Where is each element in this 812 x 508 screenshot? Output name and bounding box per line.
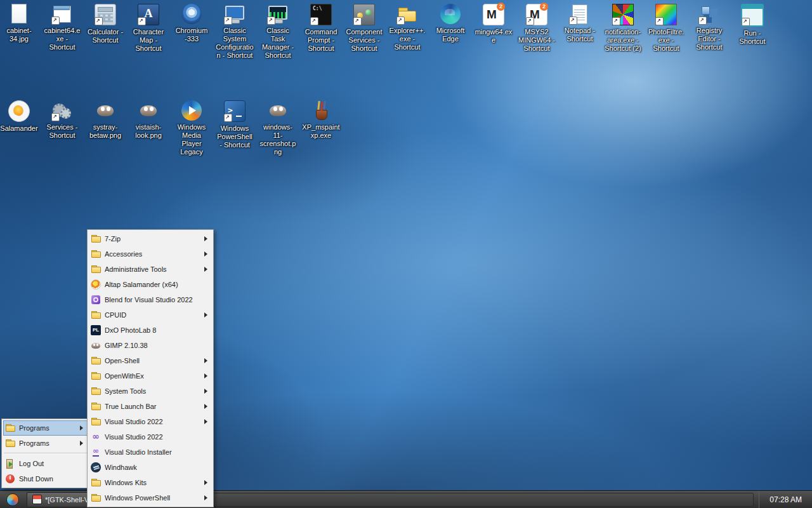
shortcut-arrow-overlay-icon [267, 17, 275, 25]
folder-icon [91, 401, 101, 411]
menu-item-label: Visual Studio 2022 [105, 433, 210, 441]
desktop-icon-xp-mspaintxp-exe[interactable]: XP_mspaintxp.exe [302, 100, 340, 140]
start-menu-item-programs[interactable]: Programs [3, 420, 88, 436]
desktop-icon-classic-system-configuration-shortcut[interactable]: Classic System Configuration - Shortcut [216, 4, 254, 60]
programs-menu-item-open-shell[interactable]: Open-Shell [89, 353, 212, 368]
desktop-icon-label: Classic System Configuration - Shortcut [216, 27, 254, 60]
submenu-arrow-icon [204, 480, 210, 485]
desktop-icon-services-shortcut[interactable]: Services - Shortcut [43, 100, 81, 140]
desktop-icon-label: mingw64.exe [475, 28, 513, 44]
desktop-icon-character-map-shortcut[interactable]: Character Map - Shortcut [129, 4, 167, 53]
menu-item-label: Altap Salamander (x64) [105, 281, 210, 288]
desktop-icon-label: MSYS2 MINGW64 - Shortcut [518, 28, 556, 53]
submenu-arrow-icon [204, 251, 210, 257]
programs-menu-item-altap-salamander-x64[interactable]: Altap Salamander (x64) [89, 277, 212, 292]
app-window-icon [52, 4, 72, 24]
desktop-icon-label: systray-betaw.png [86, 123, 124, 140]
shortcut-arrow-overlay-icon [396, 17, 405, 25]
desktop-icon-label: Microsoft Edge [431, 27, 469, 43]
desktop-icon-chromium-333[interactable]: Chromium -333 [173, 4, 211, 43]
calculator-icon [95, 4, 116, 25]
programs-menu-item-visual-studio-installer[interactable]: Visual Studio Installer [89, 444, 212, 460]
desktop-icon-microsoft-edge[interactable]: Microsoft Edge [431, 4, 469, 43]
desktop-icon-notification-area-exe-shortcut-2[interactable]: notification-area.exe - Shortcut (2) [604, 4, 642, 53]
menu-item-label: GIMP 2.10.38 [105, 342, 210, 349]
programs-menu-item-windows-powershell[interactable]: Windows PowerShell [89, 490, 212, 505]
shortcut-arrow-overlay-icon [224, 17, 232, 25]
programs-menu-item-visual-studio-2022[interactable]: Visual Studio 2022 [89, 429, 212, 444]
shortcut-arrow-overlay-icon [612, 17, 620, 25]
start-menu-item-shut-down[interactable]: Shut Down [3, 471, 88, 486]
shortcut-arrow-overlay-icon [51, 113, 60, 121]
desktop-icon-cabinet64-exe-shortcut[interactable]: cabinet64.exe - Shortcut [43, 4, 81, 51]
wmp-icon [181, 100, 202, 121]
programs-menu-item-windows-kits[interactable]: Windows Kits [89, 475, 212, 490]
submenu-arrow-icon [204, 373, 210, 378]
programs-menu-item-blend-for-visual-studio-2022[interactable]: Blend for Visual Studio 2022 [89, 292, 212, 307]
shortcut-arrow-overlay-icon [569, 17, 577, 25]
powershell-icon [224, 100, 246, 122]
submenu-arrow-icon [204, 236, 210, 241]
menu-item-label: Administrative Tools [105, 265, 199, 273]
desktop-icon-calculator-shortcut[interactable]: Calculator - Shortcut [86, 4, 124, 44]
programs-menu-item-system-tools[interactable]: System Tools [89, 384, 212, 399]
desktop-icon-label: vistaish-look.png [129, 123, 167, 140]
menu-item-label: DxO PhotoLab 8 [105, 326, 210, 334]
desktop-icon-cabinet-34-jpg[interactable]: cabinet-34.jpg [0, 4, 38, 43]
desktop-icon-mingw64-exe[interactable]: mingw64.exe [475, 4, 513, 44]
desktop-icon-explorer-exe-shortcut[interactable]: Explorer++.exe - Shortcut [388, 4, 426, 51]
folder-icon [91, 249, 101, 259]
regedit-icon [699, 4, 719, 24]
programs-menu-item-dxo-photolab-8[interactable]: DxO PhotoLab 8 [89, 323, 212, 338]
programs-menu-item-visual-studio-2022[interactable]: Visual Studio 2022 [89, 414, 212, 429]
start-menu-item-log-out[interactable]: Log Out [3, 456, 88, 471]
submenu-arrow-icon [204, 389, 210, 394]
gimp-icon [91, 340, 101, 351]
programs-menu-item-true-launch-bar[interactable]: True Launch Bar [89, 399, 212, 414]
desktop-icon-windows-powershell-shortcut[interactable]: Windows PowerShell - Shortcut [216, 100, 254, 149]
desktop-icon-command-prompt-shortcut[interactable]: Command Prompt - Shortcut [302, 4, 340, 53]
programs-menu-item-cpuid[interactable]: CPUID [89, 307, 212, 323]
programs-menu-item-administrative-tools[interactable]: Administrative Tools [89, 262, 212, 277]
desktop-icon-windows-11-screnshot-png[interactable]: windows-11-screnshot.png [259, 100, 297, 156]
start-button[interactable] [3, 491, 23, 508]
visual-studio-icon [91, 432, 101, 442]
menu-item-label: Log Out [19, 460, 86, 467]
taskbar-clock[interactable]: 07:28 AM [769, 495, 802, 504]
shortcut-arrow-overlay-icon [310, 17, 318, 25]
menu-item-label: Blend for Visual Studio 2022 [105, 296, 210, 304]
desktop-icon-systray-betaw-png[interactable]: systray-betaw.png [86, 100, 124, 140]
folder-icon [91, 493, 101, 503]
programs-menu-item-accessories[interactable]: Accessories [89, 246, 212, 262]
desktop-icon-notepad-shortcut[interactable]: Notepad - Shortcut [561, 4, 599, 43]
submenu-arrow-icon [204, 404, 210, 409]
photofiltre-icon [655, 4, 677, 25]
desktop-icon-label: Command Prompt - Shortcut [302, 28, 340, 53]
desktop-icon-salamander[interactable]: Salamander [0, 100, 38, 133]
gimp-image-icon [138, 100, 159, 121]
desktop-icon-registry-editor-shortcut[interactable]: Registry Editor - Shortcut [690, 4, 728, 51]
desktop-icon-label: Windows PowerShell - Shortcut [216, 124, 254, 149]
logout-icon [5, 458, 15, 469]
window-app-icon [32, 495, 42, 504]
desktop-icon-classic-task-manager-shortcut[interactable]: Classic Task Manager - Shortcut [259, 4, 297, 60]
programs-menu-item-7-zip[interactable]: 7-Zip [89, 231, 212, 246]
system-tray: 07:28 AM [759, 491, 812, 508]
programs-menu-item-openwithex[interactable]: OpenWithEx [89, 368, 212, 384]
desktop-icon-run-shortcut[interactable]: Run - Shortcut [733, 4, 771, 46]
desktop-icon-photofiltre-exe-shortcut[interactable]: PhotoFiltre.exe - Shortcut [647, 4, 685, 53]
desktop-icon-component-services-shortcut[interactable]: Component Services - Shortcut [345, 4, 383, 53]
folder-icon [91, 386, 101, 396]
folder-icon [397, 4, 417, 24]
programs-menu-item-gimp-2-10-38[interactable]: GIMP 2.10.38 [89, 338, 212, 353]
desktop-icon-windows-media-player-legacy[interactable]: Windows Media Player Legacy [173, 100, 211, 156]
programs-menu-item-windhawk[interactable]: Windhawk [89, 460, 212, 475]
desktop-icon-label: Chromium -333 [173, 27, 211, 43]
shortcut-arrow-overlay-icon [698, 17, 707, 25]
desktop-icon-label: Services - Shortcut [43, 123, 81, 140]
desktop-icon-vistaish-look-png[interactable]: vistaish-look.png [129, 100, 167, 140]
desktop-icon-label: Registry Editor - Shortcut [690, 27, 728, 51]
start-menu-item-programs[interactable]: Programs [3, 436, 88, 451]
desktop-icon-msys2-mingw64-shortcut[interactable]: MSYS2 MINGW64 - Shortcut [518, 4, 556, 53]
vs-installer-icon [91, 447, 101, 457]
